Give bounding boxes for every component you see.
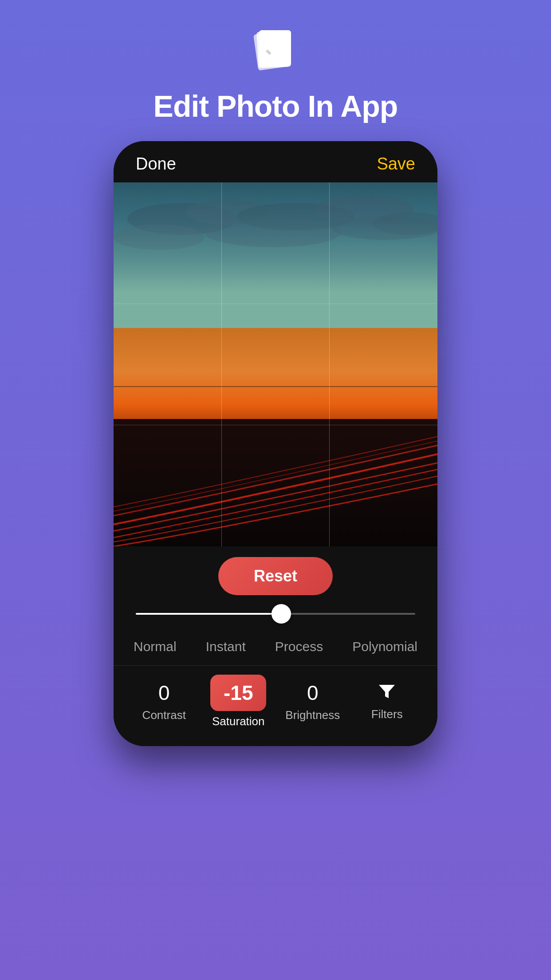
slider-filled xyxy=(136,613,281,615)
filter-instant[interactable]: Instant xyxy=(199,637,252,656)
horizon-line xyxy=(114,386,437,387)
slider-thumb[interactable] xyxy=(272,604,291,624)
top-bar: Done Save xyxy=(114,141,437,182)
saturation-value: -15 xyxy=(224,681,253,704)
contrast-value-wrapper: 0 xyxy=(158,681,170,705)
slider-area[interactable] xyxy=(114,604,437,628)
brightness-value: 0 xyxy=(307,681,319,704)
filters-label: Filters xyxy=(371,707,403,721)
filter-polynomial[interactable]: Polynomial xyxy=(346,637,424,656)
phone-frame: Done Save xyxy=(114,141,437,746)
svg-point-12 xyxy=(205,218,341,247)
photo-canvas xyxy=(114,182,437,546)
contrast-value: 0 xyxy=(158,681,170,704)
contrast-control[interactable]: 0 Contrast xyxy=(135,681,193,722)
bottom-controls: 0 Contrast -15 Saturation 0 Brightn xyxy=(114,665,437,746)
bottom-section: Reset Normal Instant Process Polynomial xyxy=(114,546,437,746)
saturation-label: Saturation xyxy=(212,715,265,728)
filter-process[interactable]: Process xyxy=(268,637,330,656)
reset-area: Reset xyxy=(114,546,437,604)
filters-value-wrapper xyxy=(378,682,396,704)
filter-icon xyxy=(378,684,396,703)
svg-point-13 xyxy=(332,216,437,240)
app-icon xyxy=(251,27,300,75)
filters-control[interactable]: Filters xyxy=(358,682,416,721)
filter-normal[interactable]: Normal xyxy=(127,637,183,656)
header-section: Edit Photo In App xyxy=(153,0,398,123)
photo-area xyxy=(114,182,437,546)
saturation-value-wrapper: -15 xyxy=(210,675,266,711)
save-button[interactable]: Save xyxy=(377,154,415,174)
brightness-value-wrapper: 0 xyxy=(307,681,319,705)
page-title: Edit Photo In App xyxy=(153,89,398,123)
light-trails xyxy=(114,419,437,546)
svg-point-11 xyxy=(114,224,205,249)
clouds-overlay xyxy=(114,182,437,401)
brightness-label: Brightness xyxy=(285,708,340,722)
contrast-label: Contrast xyxy=(142,708,186,722)
svg-marker-14 xyxy=(379,685,395,698)
reset-button[interactable]: Reset xyxy=(218,557,333,595)
saturation-control[interactable]: -15 Saturation xyxy=(209,675,267,728)
brightness-control[interactable]: 0 Brightness xyxy=(284,681,342,722)
slider-track[interactable] xyxy=(136,613,415,615)
done-button[interactable]: Done xyxy=(136,154,176,174)
filter-options: Normal Instant Process Polynomial xyxy=(114,628,437,665)
